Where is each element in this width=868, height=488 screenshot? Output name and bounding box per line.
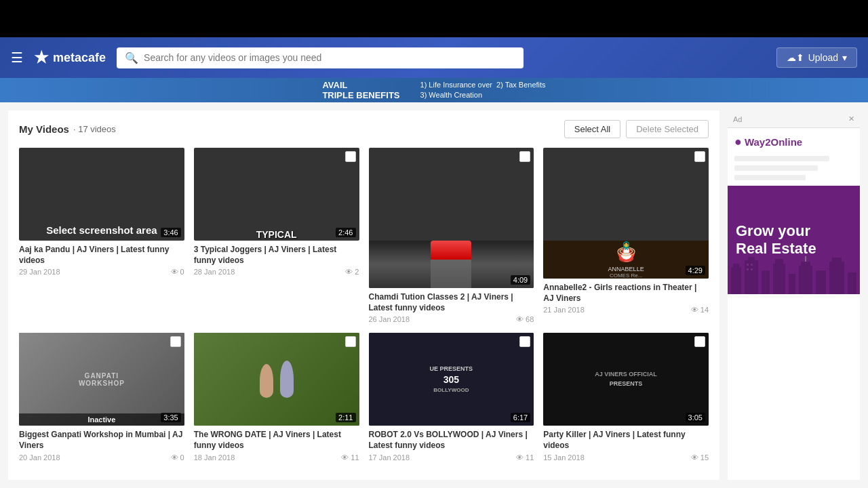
video-card-v5[interactable]: GANPATIWORKSHOP Inactive 3:35 Biggest Ga…: [19, 333, 184, 461]
video-meta-v4: 21 Jan 2018 👁 14: [543, 306, 709, 314]
ad-banner-right: 1) Life Insurance over 2) Tax Benefits3)…: [420, 80, 546, 101]
video-card-v7[interactable]: UE PRESENTS 305 BOLLYWOOD 6:17 ROBOT 2.0…: [369, 333, 534, 461]
video-checkbox-v5[interactable]: [170, 336, 181, 347]
menu-icon[interactable]: ☰: [11, 49, 23, 66]
video-views-v3: 👁 68: [516, 315, 534, 323]
svg-rect-17: [747, 268, 749, 270]
sidebar-ad: Ad ✕ ● Way2Online Grow yourReal Estate: [728, 110, 860, 480]
video-title-v4: Annabelle2 - Girls reactions in Theater …: [543, 283, 709, 304]
way2online-text: Way2Online: [745, 136, 802, 148]
video-date-v4: 21 Jan 2018: [543, 306, 585, 314]
video-views-v1: 👁 0: [171, 268, 184, 276]
videos-header: My Videos · 17 videos Select All Delete …: [19, 120, 709, 138]
sidebar-ad-purple: Grow yourReal Estate: [728, 186, 860, 294]
svg-rect-10: [816, 270, 826, 294]
video-card-v6[interactable]: 2:11 The WRONG DATE | AJ Viners | Latest…: [194, 333, 359, 461]
svg-rect-9: [801, 262, 810, 268]
video-meta-v2: 28 Jan 2018 👁 2: [194, 268, 359, 276]
svg-rect-0: [731, 267, 741, 294]
video-thumb-v1: Select screenshot area ↖ 3:46: [19, 148, 184, 241]
video-thumb-v5: GANPATIWORKSHOP Inactive 3:35: [19, 333, 184, 426]
thumb-inner-v7: UE PRESENTS 305 BOLLYWOOD: [369, 333, 534, 426]
svg-rect-15: [747, 264, 749, 266]
video-date-v8: 15 Jan 2018: [543, 453, 585, 462]
video-duration-v3: 4:09: [511, 275, 530, 285]
thumb-inner-v3: [369, 241, 534, 288]
upload-label: Upload: [808, 52, 838, 63]
svg-rect-5: [773, 264, 785, 294]
top-bar: [0, 0, 868, 37]
video-checkbox-v8[interactable]: [694, 336, 705, 347]
city-silhouette-icon: [728, 253, 860, 294]
ad-banner[interactable]: AVAILTRIPLE BENEFITS 1) Life Insurance o…: [0, 78, 868, 102]
search-bar[interactable]: 🔍: [117, 47, 524, 68]
video-date-v2: 28 Jan 2018: [194, 268, 235, 276]
inactive-badge-v5: Inactive: [19, 413, 184, 426]
video-checkbox-v6[interactable]: [345, 336, 356, 347]
ad-line-2: [734, 165, 818, 171]
video-thumb-v6: 2:11: [194, 333, 359, 426]
video-meta-v1: 29 Jan 2018 👁 0: [19, 268, 184, 276]
video-duration-v2: 2:46: [336, 228, 355, 237]
svg-rect-13: [848, 272, 856, 294]
video-thumb-v2: TYPICALJOGGERS 2:46: [194, 148, 359, 241]
ad-line-3: [734, 175, 806, 180]
sidebar-ad-lines: [728, 156, 860, 180]
logo-star-icon: ★: [34, 48, 49, 67]
video-thumb-v8: AJ VINERS OFFICIAL PRESENTS 3:05: [543, 333, 709, 426]
svg-rect-11: [829, 262, 844, 294]
video-title-v7: ROBOT 2.0 Vs BOLLYWOOD | AJ Viners | Lat…: [369, 430, 534, 451]
video-date-v7: 17 Jan 2018: [369, 453, 410, 462]
svg-rect-4: [762, 270, 770, 294]
video-card-v2[interactable]: TYPICALJOGGERS 2:46 3 Typical Joggers | …: [194, 148, 359, 323]
search-input[interactable]: [144, 52, 515, 63]
video-date-v5: 20 Jan 2018: [19, 453, 60, 462]
logo-text: metacafe: [53, 51, 106, 65]
video-card-v4[interactable]: 🪆 ANNABELLE COMES Re... 4:29 Annabelle2 …: [543, 148, 709, 323]
logo[interactable]: ★ metacafe: [34, 48, 106, 67]
video-meta-v8: 15 Jan 2018 👁 15: [543, 453, 709, 462]
video-duration-v8: 3:05: [686, 413, 705, 422]
video-card-v1[interactable]: Select screenshot area ↖ 3:46 Aaj ka Pan…: [19, 148, 184, 323]
upload-button[interactable]: ☁⬆ Upload ▾: [776, 47, 857, 68]
way2online-logo[interactable]: ● Way2Online: [728, 128, 860, 156]
ad-close-icon[interactable]: ✕: [848, 115, 854, 123]
svg-rect-8: [799, 266, 812, 294]
ad-label: Ad: [733, 115, 742, 123]
video-card-v8[interactable]: AJ VINERS OFFICIAL PRESENTS 3:05 Party K…: [543, 333, 709, 461]
main-content: My Videos · 17 videos Select All Delete …: [0, 102, 868, 488]
video-thumb-v3: 4:09: [369, 148, 534, 288]
video-views-v2: 👁 2: [345, 268, 359, 276]
videos-title: My Videos: [19, 123, 69, 135]
video-date-v1: 29 Jan 2018: [19, 268, 60, 276]
way2online-dot-icon: ●: [734, 135, 742, 149]
videos-count: · 17 videos: [73, 124, 116, 134]
video-checkbox-v2[interactable]: [345, 151, 356, 162]
thumb-inner-v6: [194, 333, 359, 426]
header: ☰ ★ metacafe 🔍 ☁⬆ Upload ▾: [0, 37, 868, 78]
delete-selected-button[interactable]: Delete Selected: [626, 120, 709, 138]
video-card-v3[interactable]: 4:09 Chamdi Tution Classes 2 | AJ Viners…: [369, 148, 534, 323]
svg-rect-1: [733, 264, 739, 269]
video-title-v1: Aaj ka Pandu | AJ Viners | Latest funny …: [19, 245, 184, 266]
video-title-v8: Party Killer | AJ Viners | Latest funny …: [543, 430, 709, 451]
video-views-v5: 👁 0: [171, 453, 184, 462]
video-duration-v5: 3:35: [161, 413, 180, 422]
sidebar-ad-header: Ad ✕: [728, 110, 860, 128]
select-all-button[interactable]: Select All: [564, 120, 620, 138]
video-checkbox-v3[interactable]: [519, 151, 530, 162]
video-title-v5: Biggest Ganpati Workshop in Mumbai | AJ …: [19, 430, 184, 451]
svg-rect-18: [751, 268, 753, 270]
video-duration-v6: 2:11: [336, 413, 355, 422]
header-actions: Select All Delete Selected: [564, 120, 709, 138]
video-checkbox-v7[interactable]: [519, 336, 530, 347]
search-icon: 🔍: [125, 52, 138, 64]
video-meta-v7: 17 Jan 2018 👁 11: [369, 453, 534, 462]
video-date-v6: 18 Jan 2018: [194, 453, 235, 462]
video-meta-v5: 20 Jan 2018 👁 0: [19, 453, 184, 462]
video-thumb-v4: 🪆 ANNABELLE COMES Re... 4:29: [543, 148, 709, 279]
thumb-inner-v5: GANPATIWORKSHOP Inactive: [19, 333, 184, 426]
grow-text: Grow yourReal Estate: [736, 222, 852, 258]
video-checkbox-v4[interactable]: [694, 151, 705, 162]
ad-banner-left: AVAILTRIPLE BENEFITS: [322, 80, 399, 100]
